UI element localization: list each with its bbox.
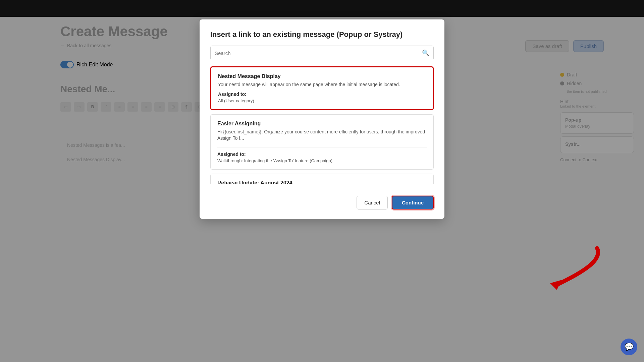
message-card-easier-assigning[interactable]: Easier Assigning Hi {{user.first_name}},… — [210, 114, 434, 170]
message-body-0: Your nestd message will appear on the sa… — [218, 81, 426, 88]
cancel-button[interactable]: Cancel — [357, 196, 388, 209]
message-card-nested-message-display[interactable]: Nested Message Display Your nestd messag… — [210, 66, 434, 110]
message-card-release-update[interactable]: Release Update: August 2024 Hi {{user.fi… — [210, 174, 434, 184]
arrow-annotation — [517, 241, 610, 295]
modal-title: Insert a link to an existing message (Po… — [210, 30, 434, 39]
message-body-1: Hi {{user.first_name}}, Organize your co… — [217, 129, 427, 142]
search-icon: 🔍 — [422, 49, 429, 57]
messages-list: Nested Message Display Your nestd messag… — [210, 66, 434, 184]
search-input[interactable] — [215, 50, 422, 56]
message-assigned-label-0: Assigned to: — [218, 92, 426, 97]
message-title-2: Release Update: August 2024 — [217, 180, 427, 184]
message-title-1: Easier Assigning — [217, 121, 427, 127]
divider-1 — [217, 147, 427, 147]
search-bar[interactable]: 🔍 — [210, 46, 434, 60]
chat-bubble[interactable]: 💬 — [621, 339, 637, 355]
message-assigned-value-0: All (User category) — [218, 98, 426, 103]
message-assigned-label-1: Assigned to: — [217, 152, 427, 157]
modal-dialog: Insert a link to an existing message (Po… — [200, 19, 444, 219]
message-assigned-value-1: Walkthrough: Integrating the 'Assign To'… — [217, 158, 427, 163]
message-title-0: Nested Message Display — [218, 73, 426, 79]
chat-icon: 💬 — [625, 343, 634, 351]
modal-footer: Cancel Continue — [210, 190, 434, 209]
continue-button[interactable]: Continue — [392, 196, 434, 209]
